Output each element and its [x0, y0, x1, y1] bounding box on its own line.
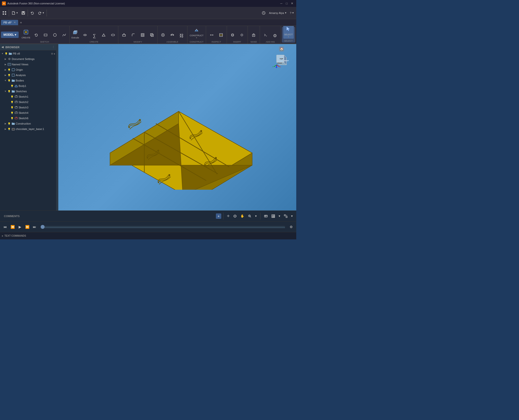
- ribbon-btn-select[interactable]: SELECT ▾: [283, 26, 294, 39]
- viewcube-home-button[interactable]: 🏠: [279, 47, 284, 51]
- tree-item-sketch6[interactable]: ▶ 💡 Sketch6: [0, 116, 56, 121]
- construction-eye[interactable]: 💡: [7, 122, 11, 125]
- ribbon-btn-press-pull[interactable]: [120, 32, 128, 40]
- snap-button[interactable]: [282, 213, 289, 220]
- ribbon-btn-combine[interactable]: [148, 32, 156, 40]
- s1-eye[interactable]: 💡: [10, 95, 14, 98]
- save-button[interactable]: [20, 9, 27, 17]
- tab-pb-v8[interactable]: PB v8* ✕: [1, 20, 18, 25]
- 3d-viewport[interactable]: 🏠 TOP FRONT RIGHT Z Y X: [58, 44, 296, 210]
- origin-eye[interactable]: 💡: [7, 68, 11, 71]
- minimize-button[interactable]: ─: [279, 1, 284, 6]
- browser-collapse-arrow[interactable]: ◀: [1, 46, 3, 49]
- tree-item-sketches[interactable]: ▼ 💡 Sketches: [0, 89, 56, 94]
- new-tab-button[interactable]: +: [19, 20, 24, 25]
- anim-start-button[interactable]: ⏮: [2, 224, 8, 230]
- pan-button[interactable]: ✋: [239, 213, 246, 220]
- clock-button[interactable]: [260, 9, 267, 17]
- ribbon-btn-measure[interactable]: [207, 32, 216, 40]
- ribbon-btn-addins-gear[interactable]: ⚙: [271, 32, 279, 40]
- ribbon-btn-spline[interactable]: [60, 32, 69, 40]
- ribbon-btn-loft[interactable]: [99, 32, 108, 40]
- tree-item-construction[interactable]: ▶ 💡 Construction: [0, 121, 56, 126]
- tree-label-body1: Body1: [19, 84, 26, 87]
- timeline-settings-button[interactable]: ⚙: [288, 224, 294, 230]
- tree-item-sketch4[interactable]: ▶ 💡 Sketch4: [0, 110, 56, 116]
- sketches-eye[interactable]: 💡: [7, 90, 11, 93]
- text-command-input[interactable]: [27, 234, 294, 237]
- user-button[interactable]: Amarsy Alya ▾: [268, 9, 288, 17]
- ribbon-btn-3dprint[interactable]: [249, 32, 258, 40]
- tree-item-choc-layer[interactable]: ▶ 💡 chocolate_layer_base:1: [0, 126, 56, 132]
- svg-line-36: [277, 65, 280, 67]
- grid-menu-button[interactable]: [1, 9, 8, 17]
- s6-eye[interactable]: 💡: [10, 117, 14, 120]
- display-mode-button[interactable]: [262, 213, 269, 220]
- orbit-button[interactable]: [232, 213, 238, 220]
- root-gear-icon[interactable]: ⚙: [51, 52, 53, 55]
- tree-item-body1[interactable]: ▶ 💡 Body1: [0, 83, 56, 89]
- grid-display-button[interactable]: [270, 213, 277, 220]
- tree-item-origin[interactable]: ▶ 💡 Origin: [0, 67, 56, 72]
- tree-item-sketch2[interactable]: ▶ 💡 Sketch2: [0, 99, 56, 105]
- ribbon-btn-extrude[interactable]: Extrude: [71, 29, 80, 40]
- ribbon-btn-create-sketch[interactable]: CREATE: [21, 29, 31, 40]
- ribbon-btn-joint[interactable]: [168, 32, 177, 40]
- root-eye[interactable]: 💡: [4, 52, 8, 55]
- s4-eye[interactable]: 💡: [10, 111, 14, 115]
- panel-resize-handle[interactable]: ⋮: [56, 44, 58, 210]
- timeline-handle[interactable]: [41, 225, 45, 229]
- tab-close-button[interactable]: ✕: [14, 21, 16, 24]
- choc-eye[interactable]: 💡: [7, 127, 11, 131]
- ribbon-btn-sweep[interactable]: ∑: [90, 33, 99, 40]
- analysis-eye[interactable]: 💡: [7, 73, 11, 77]
- ribbon-btn-fillet[interactable]: [129, 32, 138, 40]
- help-button[interactable]: ? ▾: [288, 9, 295, 17]
- origin-icon: [11, 68, 15, 72]
- add-comment-button[interactable]: +: [216, 213, 221, 219]
- anim-next-button[interactable]: ⏩: [24, 224, 30, 230]
- zoom-fit-button[interactable]: [246, 213, 253, 220]
- tree-item-bodies[interactable]: ▼ 💡 Bodies: [0, 78, 56, 83]
- ribbon-btn-rectangle[interactable]: [41, 32, 50, 40]
- file-button[interactable]: ▾: [10, 9, 19, 17]
- maximize-button[interactable]: □: [284, 1, 289, 6]
- tree-item-doc-settings[interactable]: ▶ ⚙ Document Settings: [0, 56, 56, 62]
- ribbon-btn-scripts[interactable]: [261, 32, 270, 40]
- tree-item-root[interactable]: ▼ 💡 PB v8 ⚙ ●: [0, 51, 56, 56]
- ribbon-btn-section-analysis[interactable]: [217, 32, 225, 40]
- ribbon-btn-circle[interactable]: [50, 32, 59, 40]
- anim-end-button[interactable]: ⏭: [31, 224, 38, 230]
- ribbon-btn-revolve[interactable]: [81, 32, 89, 40]
- ribbon-btn-motion-link[interactable]: ⛓: [177, 33, 186, 40]
- viewcube-cube[interactable]: TOP FRONT RIGHT Z Y X: [272, 51, 289, 69]
- model-mode-button[interactable]: MODEL ▾: [1, 32, 19, 38]
- snap-dropdown-button[interactable]: ▾: [290, 213, 294, 220]
- viewcube[interactable]: 🏠 TOP FRONT RIGHT Z Y X: [269, 47, 291, 69]
- tree-item-sketch3[interactable]: ▶ 💡 Sketch3: [0, 105, 56, 110]
- grid-dropdown-button[interactable]: ▾: [277, 213, 282, 220]
- root-options-icon[interactable]: ●: [54, 52, 55, 55]
- tree-item-sketch1[interactable]: ▶ 💡 Sketch1: [0, 94, 56, 99]
- ribbon-btn-shell[interactable]: [138, 32, 147, 40]
- ribbon-btn-insert-mesh[interactable]: [228, 32, 237, 40]
- anim-play-button[interactable]: ▶: [17, 224, 23, 230]
- ribbon-btn-mirror[interactable]: [109, 32, 117, 40]
- body1-eye[interactable]: 💡: [10, 84, 14, 88]
- s2-eye[interactable]: 💡: [10, 100, 14, 104]
- close-button[interactable]: ✕: [290, 1, 294, 6]
- animation-timeline[interactable]: [41, 226, 285, 228]
- tree-item-analysis[interactable]: ▶ 💡 Analysis: [0, 72, 56, 78]
- move-tool-button[interactable]: ✛: [225, 213, 231, 220]
- undo-button[interactable]: [29, 9, 36, 17]
- ribbon-btn-undo[interactable]: [32, 32, 41, 40]
- s3-eye[interactable]: 💡: [10, 106, 14, 109]
- tree-item-named-views[interactable]: ▶ Named Views: [0, 62, 56, 67]
- ribbon-btn-insert-svg[interactable]: [237, 32, 246, 40]
- redo-button[interactable]: ▾: [36, 9, 46, 17]
- ribbon-btn-new-component[interactable]: [159, 32, 167, 40]
- ribbon-btn-offset-plane[interactable]: CONSTRUCT ▾: [189, 27, 205, 40]
- bodies-eye[interactable]: 💡: [7, 79, 11, 82]
- zoom-dropdown-button[interactable]: ▾: [254, 213, 258, 220]
- anim-prev-button[interactable]: ⏪: [9, 224, 16, 230]
